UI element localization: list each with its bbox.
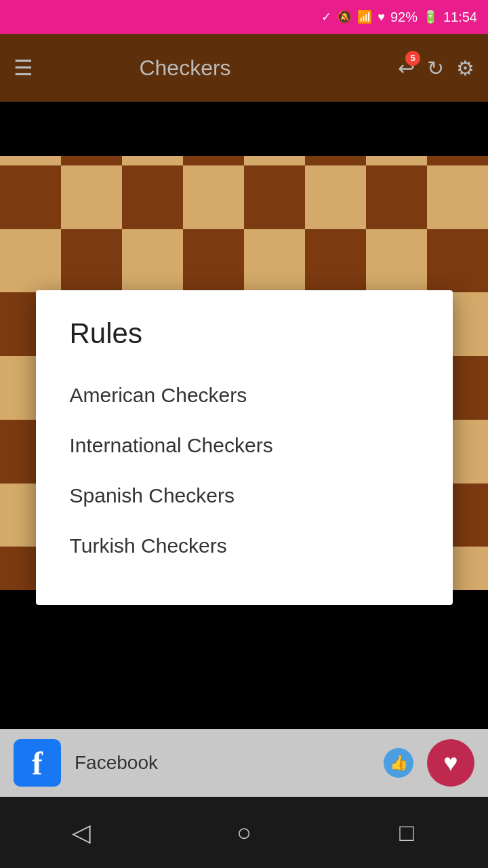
time-text: 11:54 <box>443 9 477 25</box>
facebook-heart-button[interactable]: ♥ <box>427 739 474 787</box>
rule-international[interactable]: International Checkers <box>70 420 419 471</box>
back-button[interactable]: ◁ <box>54 812 108 853</box>
board-area: Rules American Checkers International Ch… <box>0 102 488 610</box>
rules-dialog: Rules American Checkers International Ch… <box>36 290 453 605</box>
status-icons: ✓ 🔕 📶 ♥ 92% 🔋 11:54 <box>321 9 477 25</box>
facebook-label: Facebook <box>75 752 370 774</box>
mute-icon: 🔕 <box>337 9 352 24</box>
home-icon: ○ <box>237 818 251 847</box>
rule-turkish[interactable]: Turkish Checkers <box>70 521 419 571</box>
settings-icon[interactable]: ⚙ <box>456 56 474 80</box>
top-overlay <box>0 102 488 156</box>
heart-icon: ♥ <box>443 749 458 777</box>
app-title: Checkers <box>0 56 384 81</box>
bluetooth-icon: ✓ <box>321 9 331 24</box>
facebook-icon: f <box>14 739 61 787</box>
facebook-ad-bar: f Facebook 👍 ♥ <box>0 729 488 797</box>
undo-button[interactable]: ↩ 5 <box>398 56 415 80</box>
thumbs-up-icon: 👍 <box>390 754 408 772</box>
data-icon: ♥ <box>378 10 385 24</box>
home-button[interactable]: ○ <box>217 812 271 853</box>
app-bar: ☰ Checkers ↩ 5 ↻ ⚙ <box>0 34 488 102</box>
facebook-letter: f <box>32 745 43 782</box>
back-icon: ◁ <box>72 818 91 847</box>
rule-spanish[interactable]: Spanish Checkers <box>70 471 419 521</box>
recents-icon: □ <box>399 818 414 847</box>
status-bar: ✓ 🔕 📶 ♥ 92% 🔋 11:54 <box>0 0 488 34</box>
modal-title: Rules <box>70 317 419 350</box>
modal-overlay: Rules American Checkers International Ch… <box>0 203 488 610</box>
wifi-icon: 📶 <box>357 9 372 24</box>
rule-american[interactable]: American Checkers <box>70 370 419 420</box>
redo-icon[interactable]: ↻ <box>427 56 444 80</box>
nav-bar: ◁ ○ □ <box>0 797 488 868</box>
action-icons: ↩ 5 ↻ ⚙ <box>398 56 474 80</box>
recents-button[interactable]: □ <box>380 812 434 853</box>
undo-badge: 5 <box>405 51 420 66</box>
facebook-like-button[interactable]: 👍 <box>384 748 413 778</box>
battery-text: 92% <box>390 9 418 25</box>
battery-icon: 🔋 <box>423 9 438 24</box>
